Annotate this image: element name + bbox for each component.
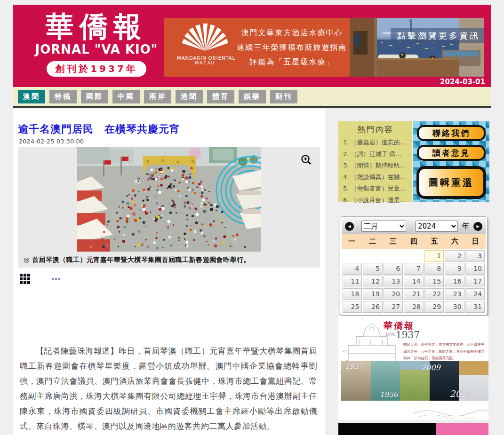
site-date: 2024-03-01 bbox=[440, 78, 485, 86]
hot-content-title: 熱門內容 bbox=[338, 124, 412, 135]
calendar-day-3[interactable]: 3 bbox=[465, 250, 485, 262]
calendar-day-10[interactable]: 10 bbox=[465, 263, 485, 275]
nav-tab-8[interactable]: 娛樂 bbox=[239, 90, 266, 103]
calendar-day-14[interactable]: 14 bbox=[404, 276, 423, 287]
calendar-empty-cell bbox=[384, 250, 403, 262]
strip-year-2024: 2024..... bbox=[449, 388, 487, 399]
calendar-day-21[interactable]: 21 bbox=[404, 288, 423, 300]
logo-tagline-badge: 創刊於1937年 bbox=[47, 61, 146, 77]
calendar-day-20[interactable]: 20 bbox=[384, 288, 403, 300]
calendar-day-23[interactable]: 23 bbox=[445, 288, 464, 300]
year-suffix-label: 年 bbox=[462, 221, 469, 231]
nav-tab-7[interactable]: 體育 bbox=[207, 90, 234, 103]
calendar-day-8[interactable]: 8 bbox=[424, 263, 444, 275]
article-title: 逾千名澳門居民 在橫琴共慶元宵 bbox=[18, 122, 325, 136]
spa-photo-illustration bbox=[350, 18, 484, 77]
calendar-next-icon[interactable]: ▶ bbox=[473, 222, 482, 231]
zoom-in-icon[interactable] bbox=[300, 154, 312, 166]
main-nav: 澳聞特稿國際中國兩岸港聞體育娛樂副刊 bbox=[13, 87, 491, 108]
spa-ad-banner[interactable]: MANDARIN ORIENTAL MACAU 澳門文華東方酒店水療中心 連續三… bbox=[164, 18, 484, 77]
calendar-day-24[interactable]: 24 bbox=[465, 288, 485, 300]
calendar-day-17[interactable]: 17 bbox=[465, 276, 485, 287]
calendar-day-13[interactable]: 13 bbox=[384, 276, 403, 287]
hot-item-2[interactable]: 2. （詞）江城子·病... bbox=[343, 149, 412, 160]
calendar-empty-cell bbox=[363, 250, 382, 262]
calendar-empty-cell bbox=[404, 250, 423, 262]
thumbnail-grid-icon[interactable] bbox=[20, 274, 30, 284]
photo-viewer: ◎ 首屆琴澳（職工）元宵嘉年華暨大橫琴集團首屆職工新春遊園會昨舉行。 bbox=[18, 147, 320, 268]
photo-gallery-button[interactable]: 圖輯重溫 bbox=[416, 166, 486, 199]
bottom-ad-strip-black[interactable] bbox=[338, 423, 436, 435]
nav-tab-1[interactable]: 澳聞 bbox=[18, 90, 45, 103]
hot-content-box: 熱門內容 1. （書蟲居）遺忘的...2. （詞）江城子·病...3. （閒情）… bbox=[338, 121, 412, 202]
weekday-label: 五 bbox=[424, 237, 445, 246]
ad-brand-sub: MACAU bbox=[177, 61, 233, 65]
hot-item-6[interactable]: 6. （小說月台）溫柔... bbox=[343, 195, 412, 206]
calendar-day-11[interactable]: 11 bbox=[343, 276, 362, 287]
nav-tab-2[interactable]: 特稿 bbox=[49, 90, 77, 103]
nav-tab-6[interactable]: 港聞 bbox=[176, 90, 203, 103]
calendar-day-31[interactable]: 31 bbox=[465, 301, 485, 313]
calendar-day-grid: 1234567891011121314151617181920212223242… bbox=[342, 249, 486, 314]
weekday-label: 日 bbox=[465, 237, 486, 246]
hot-item-5[interactable]: 5. （旁觀者言）兒童... bbox=[343, 183, 412, 195]
hot-item-1[interactable]: 1. （書蟲居）遺忘的... bbox=[343, 137, 412, 149]
viewer-toolbar bbox=[20, 274, 325, 284]
article-photo[interactable] bbox=[77, 147, 261, 252]
calendar-day-26[interactable]: 26 bbox=[363, 301, 382, 313]
photo-caption: ◎ 首屆琴澳（職工）元宵嘉年華暨大橫琴集團首屆職工新春遊園會昨舉行。 bbox=[24, 256, 250, 264]
calendar-day-1[interactable]: 1 bbox=[424, 250, 444, 262]
calendar-day-16[interactable]: 16 bbox=[445, 276, 464, 287]
weekday-label: 六 bbox=[445, 237, 465, 246]
calendar-day-22[interactable]: 22 bbox=[424, 288, 444, 300]
calendar-day-30[interactable]: 30 bbox=[445, 301, 464, 313]
sidebar-button-panel: 聯絡我們 讀者意見 圖輯重溫 bbox=[413, 121, 489, 202]
year-select[interactable]: 2024 bbox=[416, 221, 458, 232]
hot-item-4[interactable]: 4. （雜談傳真）在關... bbox=[343, 172, 412, 183]
nav-tab-4[interactable]: 中國 bbox=[112, 90, 140, 103]
strip-year-1956: 1956 bbox=[380, 390, 398, 399]
ad-cta-text[interactable]: 點擊瀏覽更多資訊 bbox=[391, 28, 484, 43]
site-logo[interactable]: 華僑報 JORNAL "VA KIO" 創刊於1937年 bbox=[31, 11, 162, 77]
article-datetime: 2024-02-25 03:30:00 bbox=[19, 138, 325, 145]
calendar-day-6[interactable]: 6 bbox=[384, 263, 403, 275]
hot-content-list: 1. （書蟲居）遺忘的...2. （詞）江城子·病...3. （閒情）期待輕軌.… bbox=[343, 137, 412, 206]
calendar-day-9[interactable]: 9 bbox=[445, 263, 464, 275]
nav-tab-9[interactable]: 副刊 bbox=[270, 90, 297, 103]
reader-feedback-button[interactable]: 讀者意見 bbox=[417, 145, 486, 161]
anniversary-founded-year: 1937 bbox=[396, 329, 420, 340]
calendar-day-19[interactable]: 19 bbox=[363, 288, 382, 300]
nav-tab-5[interactable]: 兩岸 bbox=[144, 90, 171, 103]
calendar-day-18[interactable]: 18 bbox=[343, 288, 362, 300]
calendar-day-27[interactable]: 27 bbox=[384, 301, 403, 313]
weekday-label: 三 bbox=[383, 237, 403, 246]
site-header: 華僑報 JORNAL "VA KIO" 創刊於1937年 bbox=[13, 5, 491, 87]
article-body: 【記者陳藝珠海報道】昨日，首屆琴澳（職工）元宵嘉年華暨大橫琴集團首屆職工新春遊園… bbox=[20, 343, 317, 434]
calendar-weekday-row: 一二三四五六日 bbox=[342, 234, 486, 249]
anniversary-ad[interactable]: 華僑報 創刊於 1937 國於天地，必有與立，而立國首要條件，又不盡在乎 城郭之… bbox=[338, 316, 488, 420]
article-card: 逾千名澳門居民 在橫琴共慶元宵 2024-02-25 03:30:00 bbox=[13, 109, 325, 435]
calendar-day-15[interactable]: 15 bbox=[424, 276, 444, 287]
contact-us-button[interactable]: 聯絡我們 bbox=[417, 125, 486, 141]
calendar-day-28[interactable]: 28 bbox=[404, 301, 423, 313]
fan-icon bbox=[181, 24, 230, 53]
month-select[interactable]: 三月 bbox=[361, 221, 406, 232]
ad-brand-name: MANDARIN ORIENTAL bbox=[177, 55, 233, 61]
strip-year-2009: 2009 bbox=[421, 363, 440, 372]
calendar-day-4[interactable]: 4 bbox=[343, 263, 362, 275]
calendar-day-5[interactable]: 5 bbox=[363, 263, 382, 275]
ad-banner-left: MANDARIN ORIENTAL MACAU 澳門文華東方酒店水療中心 連續三… bbox=[164, 18, 350, 77]
calendar-prev-icon[interactable]: ◀ bbox=[345, 222, 354, 231]
bottom-ad-strip-pink[interactable] bbox=[436, 423, 488, 435]
hot-item-3[interactable]: 3. （閒情）期待輕軌... bbox=[343, 160, 412, 172]
anniversary-founded-label: 創刊於 bbox=[385, 332, 395, 337]
calendar-day-12[interactable]: 12 bbox=[363, 276, 382, 287]
more-dots-icon[interactable] bbox=[52, 278, 60, 280]
nav-tab-3[interactable]: 國際 bbox=[81, 90, 108, 103]
calendar-day-7[interactable]: 7 bbox=[404, 263, 423, 275]
logo-title: 華僑報 bbox=[31, 11, 162, 41]
calendar-header: ◀ 三月 2024 年 ▶ bbox=[342, 218, 486, 234]
calendar-day-29[interactable]: 29 bbox=[424, 301, 444, 313]
calendar-day-2[interactable]: 2 bbox=[445, 250, 464, 262]
calendar-day-25[interactable]: 25 bbox=[343, 301, 362, 313]
